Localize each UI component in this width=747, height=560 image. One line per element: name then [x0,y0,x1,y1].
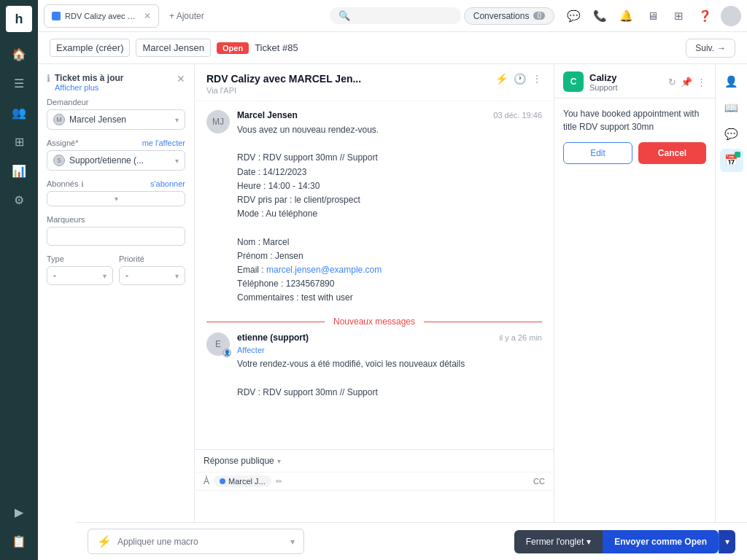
history-icon[interactable]: 🕐 [514,73,526,85]
abonnes-info-icon: ℹ [81,180,84,188]
nav-contacts-icon[interactable]: 👥 [6,99,32,125]
reply-type-label: Réponse publique [204,456,274,466]
edit-button[interactable]: Edit [563,142,632,164]
macro-input[interactable]: ⚡ Appliquer une macro ▾ [88,529,304,554]
assigne-select[interactable]: S Support/etienne (... ▾ [47,150,185,171]
email-link[interactable]: marcel.jensen@example.com [266,265,382,275]
reply-header: Réponse publique ▾ [195,450,554,472]
speech-icon[interactable]: 💬 [720,122,743,146]
active-tab[interactable]: RDV Calizy avec MAR... #85 ✕ [44,4,159,28]
breadcrumb-bar: Example (créer) Marcel Jensen Open Ticke… [38,32,747,64]
demandeur-chevron-icon: ▾ [175,116,179,124]
reply-to-label: À [204,476,209,486]
help-icon[interactable]: ❓ [694,6,715,26]
messages-area: MJ Marcel Jensen 03 déc. 19:46 Vous avez… [195,101,554,449]
type-label: Type [47,254,64,263]
reply-recipient-chip[interactable]: Marcel J... [214,475,271,487]
message-1-avatar: MJ [206,110,230,133]
bell-icon[interactable]: 🔔 [616,6,636,26]
ticket-number: Ticket #85 [255,42,298,53]
pin-icon[interactable]: 📌 [681,77,692,88]
close-sidebar-icon[interactable]: ✕ [177,73,185,85]
ticket-via: Via l'API [206,86,361,95]
affecter-link[interactable]: Affecter [237,346,542,354]
priorite-select[interactable]: - ▾ [119,266,185,285]
conversations-button[interactable]: Conversations 0 [464,7,554,25]
bottom-bar: ⚡ Appliquer une macro ▾ Fermer l'onglet … [76,522,747,560]
priorite-chevron-icon: ▾ [175,272,179,280]
reply-recipient: Marcel J... [228,477,266,486]
assigne-field: Assigné* me l'affecter S Support/etienne… [47,139,185,171]
nav-terminal-icon[interactable]: ▶ [6,499,32,525]
nav-settings-icon[interactable]: ⚙ [6,187,32,213]
example-breadcrumb[interactable]: Example (créer) [50,39,130,57]
more-options-icon[interactable]: ⋮ [532,73,542,85]
nav-reports-icon[interactable]: 📋 [6,528,32,554]
left-navigation: h 🏠 ☰ 👥 ⊞ 📊 ⚙ ▶ 📋 [0,0,38,560]
recipient-edit-icon[interactable]: ✏ [276,477,282,486]
center-panel: RDV Calizy avec MARCEL Jen... Via l'API … [195,64,554,560]
user-avatar[interactable] [721,6,741,26]
assigne-label: Assigné* [47,139,78,147]
marcel-breadcrumb[interactable]: Marcel Jensen [136,39,211,57]
submit-button-group: Fermer l'onglet ▾ Envoyer comme Open ▾ [514,530,735,553]
fermer-label: Fermer l'onglet [526,537,584,547]
tab-close-icon[interactable]: ✕ [144,11,151,21]
nav-grid-icon[interactable]: ⊞ [6,128,32,155]
calendar-icon[interactable]: 📅 [720,149,743,172]
refresh-icon[interactable]: ↻ [668,77,676,88]
right-panel-header: C Calizy Support ↻ 📌 ⋮ [554,64,715,98]
chat-icon[interactable]: 💬 [563,6,584,26]
right-panel: C Calizy Support ↻ 📌 ⋮ You have booked a… [554,64,715,560]
priorite-value: - [125,271,128,281]
add-tab-label: + Ajouter [169,11,204,21]
add-tab-button[interactable]: + Ajouter [162,7,212,26]
afficher-plus-link[interactable]: Afficher plus [55,83,123,92]
phone-icon[interactable]: 📞 [589,6,610,26]
me-affecter-link[interactable]: me l'affecter [142,139,185,147]
new-messages-label: Nouveaux messages [333,316,415,327]
nav-inbox-icon[interactable]: ☰ [6,70,32,96]
abonnes-collapse[interactable]: ▾ [47,191,185,206]
fermer-chevron-icon: ▾ [587,537,591,547]
envoyer-dropdown-icon[interactable]: ▾ [719,530,735,553]
ticket-title: RDV Calizy avec MARCEL Jen... [206,73,361,85]
nav-chart-icon[interactable]: 📊 [6,158,32,184]
suivant-button[interactable]: Suiv. → [686,39,735,58]
apps-icon[interactable]: ⊞ [668,6,689,26]
book-icon[interactable]: 📖 [720,96,743,120]
cancel-button[interactable]: Cancel [638,142,706,164]
right-panel-body: You have booked appointment with title R… [554,98,715,560]
tab-title: RDV Calizy avec MAR... #85 [65,12,138,20]
sabonner-link[interactable]: s'abonner [150,179,185,188]
calizy-app-icon: C [563,71,584,92]
app-logo[interactable]: h [6,6,32,32]
message-1-body: Vous avez un nouveau rendez-vous. RDV : … [237,123,542,305]
user-profile-icon[interactable]: 👤 [720,70,743,93]
marqueurs-input[interactable] [47,227,185,246]
reply-type-button[interactable]: Réponse publique ▾ [204,456,281,466]
demandeur-value: Marcel Jensen [69,114,126,125]
type-select[interactable]: - ▾ [47,266,113,285]
marqueurs-label: Marqueurs [47,215,85,224]
demandeur-select[interactable]: M Marcel Jensen ▾ [47,109,185,130]
demandeur-avatar: M [53,114,65,125]
status-badge: Open [217,42,249,54]
info-icon: ℹ [47,73,50,84]
envoyer-button[interactable]: Envoyer comme Open [603,530,719,553]
logo-text: h [15,12,23,27]
fermer-button[interactable]: Fermer l'onglet ▾ [514,530,603,553]
nav-home-icon[interactable]: 🏠 [6,41,32,67]
message-1: MJ Marcel Jensen 03 déc. 19:46 Vous avez… [206,110,542,305]
macro-chevron-icon: ▾ [290,537,295,547]
abonnes-label: Abonnés [47,179,78,188]
app-name: Calizy [589,72,618,83]
message-2-avatar-badge: 👤 [222,349,231,357]
abonnes-field: Abonnés ℹ s'abonner ▾ [47,179,185,206]
screen-icon[interactable]: 🖥 [642,6,662,26]
more-panel-icon[interactable]: ⋮ [697,77,706,88]
search-bar[interactable]: 🔍 [330,7,461,24]
macro-placeholder: Appliquer une macro [117,537,285,547]
filter-icon[interactable]: ⚡ [495,73,508,85]
cc-label[interactable]: CC [533,477,545,486]
